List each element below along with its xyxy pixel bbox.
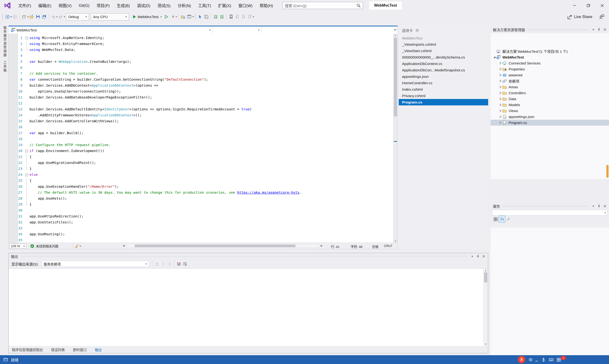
menu-item[interactable]: 窗口(W) [235,1,256,10]
server-explorer-vertical-tab[interactable]: 服务器资源管理器 [2,26,7,57]
copy-parent-icon[interactable] [203,14,209,20]
categorized-view-icon[interactable] [492,216,499,222]
toggle-bookmark-icon[interactable] [228,14,234,20]
collapsed-arrow-icon[interactable] [499,121,502,124]
output-window-tab[interactable]: 即时窗口 [73,347,87,352]
pin-icon[interactable] [596,27,602,32]
output-log-area[interactable]: ▲ ▼ [9,268,488,346]
tabs-settings-gear-icon[interactable] [415,28,419,33]
code-line[interactable]: 19// Configure the HTTP request pipeline… [9,142,393,148]
code-line[interactable]: 33 [9,225,393,231]
tree-item[interactable]: 依赖项 [491,78,609,84]
code-line[interactable]: 15builder.Services.AddControllersWithVie… [9,118,393,124]
properties-object-combo[interactable]: ▾ [492,210,608,216]
menu-item[interactable]: 视图(V) [55,1,75,10]
scroll-down-arrow[interactable]: ▼ [393,240,398,242]
ime-punctuation-indicator[interactable]: ，。 [535,357,540,363]
tree-item[interactable]: Properties [491,66,609,72]
code-line[interactable]: 25{ [9,178,393,184]
restore-button[interactable] [581,0,595,11]
cursor-line-indicator[interactable]: 行: 41 [331,244,339,249]
code-cleanup-dropdown[interactable]: ▾ [80,245,81,247]
redo-icon[interactable] [58,14,64,20]
code-line[interactable]: 10 options.UseSqlServer(connectionString… [9,89,393,94]
menu-item[interactable]: 分析(N) [174,1,194,10]
menu-item[interactable]: 项目(P) [93,1,113,10]
editor-split-grip[interactable] [394,27,397,32]
feedback-icon[interactable] [598,14,605,20]
menu-item[interactable]: 工具(T) [194,1,215,10]
menu-item[interactable]: 编辑(E) [35,1,55,10]
code-line[interactable]: 4 [9,53,393,59]
selection-pointer-icon[interactable] [197,14,203,20]
hscroll-thumb[interactable] [135,245,296,247]
window-position-dropdown[interactable]: ▾ [590,27,596,32]
code-line[interactable]: 31app.UseHttpsRedirection(); [9,213,393,219]
open-folder-icon[interactable] [28,14,35,20]
live-share-icon[interactable] [567,14,573,20]
scroll-up-arrow[interactable]: ▲ [393,34,398,37]
code-line[interactable]: 22 app.UseMigrationsEndPoint(); [9,160,393,166]
expanded-arrow-icon[interactable] [492,56,496,59]
decrease-indent-icon[interactable] [212,14,219,20]
code-line[interactable]: 12 [9,100,393,106]
quick-search-box[interactable]: 搜索 (Ctrl+Q) [283,2,363,9]
output-window-tab[interactable]: 程序包管理器控制台 [12,347,43,352]
tree-item[interactable]: Data [491,96,609,102]
collapsed-arrow-icon[interactable] [499,86,502,88]
document-tab[interactable]: 00000000000000_...dentitySchema.cs [399,54,488,60]
code-line[interactable]: 7// Add services to the container. [9,71,393,77]
code-line[interactable]: 14 .AddEntityFrameworkStores<Application… [9,112,393,118]
document-tab[interactable]: _ViewImports.cshtml [399,41,488,48]
hscroll-right-arrow[interactable]: ▶ [321,244,323,247]
edge-scroll-indicator[interactable] [606,165,609,178]
sogou-ime-logo-icon[interactable]: S [518,356,525,363]
pin-icon[interactable] [475,254,481,259]
save-icon[interactable] [35,14,41,20]
close-panel-icon[interactable] [602,204,608,209]
toolbar-grip[interactable] [2,14,3,20]
toolbox-vertical-tab[interactable]: 工具箱 [2,61,7,73]
code-line[interactable]: 1using Microsoft.AspNetCore.Identity; [9,35,393,41]
collapsed-arrow-icon[interactable] [499,109,502,112]
menu-item[interactable]: 扩展(X) [215,1,235,10]
code-line[interactable]: 3using WebMvcTest.Data; [9,47,393,53]
save-all-icon[interactable] [41,14,47,20]
panel-drag-area[interactable] [20,256,467,257]
soft-keyboard-icon[interactable] [547,356,555,363]
code-line[interactable]: 8var connectionString = builder.Configur… [9,77,393,83]
fold-toggle-icon[interactable] [24,35,29,41]
menu-item[interactable]: 调试(D) [133,1,154,10]
alphabetical-view-icon[interactable] [499,216,505,222]
document-tab[interactable]: _ViewStart.cshtml [399,48,488,54]
undo-icon[interactable] [50,14,56,20]
code-line[interactable]: 28 app.UseHsts(); [9,195,393,202]
ime-language-indicator[interactable]: 中 [529,357,533,363]
code-cleanup-icon[interactable] [75,243,80,249]
code-link[interactable]: https://aka.ms/aspnetcore-hsts [237,191,299,194]
output-header[interactable]: 输出 ▾ [9,253,488,260]
solution-explorer-header[interactable]: 解决方案资源管理器 ▾ [491,26,609,33]
navigate-forward-icon[interactable] [12,14,18,20]
navbar-member-combo[interactable]: ▾ [262,26,398,34]
next-message-icon[interactable] [166,261,172,267]
code-line[interactable]: 27 // The default HSTS value is 30 days.… [9,190,393,195]
window-position-dropdown[interactable]: ▾ [469,254,475,259]
close-button[interactable] [595,0,609,11]
tree-item[interactable]: Views [491,108,609,114]
code-line[interactable]: 26 app.UseExceptionHandler("/Home/Error"… [9,184,393,190]
output-source-combo[interactable]: 服务依赖项 ▾ [41,261,149,267]
tree-item[interactable]: Connected Services [491,60,609,66]
editor-vertical-scrollbar[interactable]: ▲ ▼ [393,34,398,243]
code-line[interactable]: 35 [9,237,393,243]
code-area[interactable]: 1using Microsoft.AspNetCore.Identity;2us… [9,34,393,243]
code-line[interactable]: 9builder.Services.AddDbContext<Applicati… [9,83,393,89]
output-vertical-scrollbar[interactable]: ▲ ▼ [483,269,488,346]
code-line[interactable]: 30 [9,208,393,213]
feedback-notification-icon[interactable] [2,357,9,363]
collapsed-arrow-icon[interactable] [499,98,502,100]
document-tab[interactable]: HomeController.cs [399,80,488,86]
health-status-label[interactable]: 未找到相关问题 [36,244,59,248]
code-line[interactable]: 34app.UseRouting(); [9,231,393,237]
code-line[interactable]: 5var builder = WebApplication.CreateBuil… [9,59,393,65]
